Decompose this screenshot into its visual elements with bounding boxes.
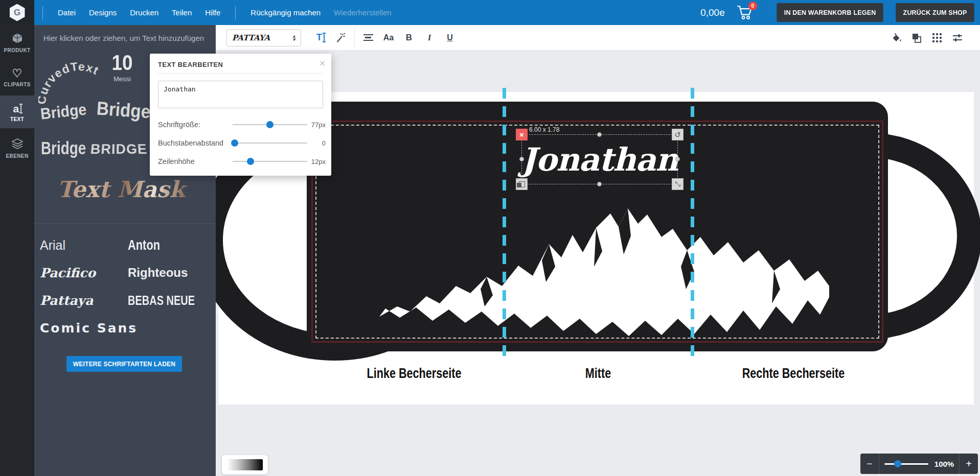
rotate-icon: ↺: [674, 130, 681, 139]
duplicate-button[interactable]: [906, 28, 927, 48]
grid-view-button[interactable]: [927, 28, 947, 48]
mug-designer-app: Jonathan 6.00 x 1.78 × ↺ ⤡ Linke Bechers…: [0, 0, 980, 476]
back-to-shop-button[interactable]: ZURÜCK ZUM SHOP: [896, 3, 974, 22]
sidebar-label: TEXT: [10, 116, 24, 122]
duplicate-handle[interactable]: [516, 178, 528, 190]
top-menubar: G Datei Designs Drucken Teilen Hilfe Rüc…: [0, 0, 980, 25]
add-text-button[interactable]: T: [310, 28, 331, 48]
font-item-bebas-neue[interactable]: BEBAS NEUE: [128, 293, 195, 308]
zoom-out-button[interactable]: −: [860, 454, 879, 474]
menu-drucken[interactable]: Drucken: [130, 8, 158, 17]
close-icon[interactable]: ×: [320, 58, 325, 69]
cart-badge: 0: [748, 2, 757, 10]
sidebar-label: EBENEN: [6, 153, 28, 159]
svg-text:CurvedText: CurvedText: [38, 60, 101, 105]
zoom-level: 100%: [935, 460, 954, 468]
letter-spacing-row: Buchstabenabstand 0: [158, 139, 323, 147]
font-size-label: Schriftgröße:: [158, 121, 233, 129]
font-list: Arial Anton Pacifico Righteous Pattaya B…: [40, 231, 211, 342]
right-mid-handle[interactable]: [675, 157, 680, 161]
menu-datei[interactable]: Datei: [58, 8, 76, 17]
popup-title: TEXT BEARBEITEN: [158, 61, 323, 68]
menu-teilen[interactable]: Teilen: [172, 8, 192, 17]
bridge-sample-2[interactable]: Bridge: [96, 98, 151, 123]
undo-button[interactable]: Rückgängig machen: [250, 8, 321, 17]
bridge-sample-3[interactable]: Bridge: [41, 138, 86, 159]
text-cursor-icon: a: [13, 104, 21, 113]
tool-sidebar: PRODUKT ♡ CLIPARTS a TEXT EBENEN: [0, 25, 34, 476]
tune-sliders-icon: [951, 32, 964, 44]
font-item-anton[interactable]: Anton: [128, 237, 193, 253]
menu-designs[interactable]: Designs: [89, 8, 117, 17]
zone-label-left: Linke Becherseite: [367, 366, 462, 382]
text-input[interactable]: Jonathan: [158, 81, 323, 108]
menubar-divider-2: [235, 6, 236, 19]
gradient-swatch-card[interactable]: [222, 455, 268, 474]
text-mask-sample[interactable]: Text Mask: [55, 176, 188, 202]
zoom-slider[interactable]: [884, 463, 928, 465]
popup-divider: [158, 73, 323, 74]
selection-box[interactable]: 6.00 x 1.78 × ↺ ⤡: [521, 134, 678, 184]
text-panel-hint: Hier klicken oder ziehen, um Text hinzuz…: [34, 25, 216, 42]
grid-icon: [932, 33, 942, 42]
price-label: 0,00e: [700, 7, 725, 18]
font-item-pattaya[interactable]: Pattaya: [40, 293, 128, 308]
paint-bucket-icon: [890, 32, 902, 44]
zoom-slider-area: 100%: [879, 454, 959, 474]
number-sample-caption: Messi: [104, 75, 141, 83]
bottom-mid-handle[interactable]: [597, 182, 602, 186]
font-select[interactable]: PATTAYA ▲▼: [226, 29, 301, 46]
cart-button[interactable]: 0: [736, 5, 754, 21]
zoom-slider-thumb[interactable]: [894, 460, 901, 467]
letter-spacing-thumb[interactable]: [231, 139, 238, 147]
align-button[interactable]: [358, 28, 378, 48]
toolbar-divider: [354, 28, 355, 48]
sidebar-item-produkt[interactable]: PRODUKT: [0, 25, 34, 58]
sidebar-item-ebenen[interactable]: EBENEN: [0, 131, 34, 163]
font-item-pacifico[interactable]: Pacifico: [40, 266, 128, 280]
line-height-slider[interactable]: [233, 161, 307, 162]
guide-line-left: [503, 88, 506, 364]
delete-handle[interactable]: ×: [516, 129, 528, 140]
number-text-sample[interactable]: 10 Messi: [104, 52, 141, 83]
sidebar-item-text[interactable]: a TEXT: [0, 96, 34, 128]
text-effects-button[interactable]: [331, 28, 351, 48]
hexagon-logo-icon: G: [10, 4, 25, 21]
font-item-comic-sans[interactable]: Comic Sans: [40, 321, 128, 336]
font-size-row: Schriftgröße: 77px: [158, 121, 323, 129]
line-height-thumb[interactable]: [247, 158, 254, 165]
zoom-in-button[interactable]: +: [959, 454, 978, 474]
layers-icon: [11, 138, 24, 150]
text-toolbar: PATTAYA ▲▼ T Aa B I U: [216, 25, 980, 50]
cube-icon: [11, 32, 24, 44]
settings-button[interactable]: [947, 28, 968, 48]
sidebar-item-cliparts[interactable]: ♡ CLIPARTS: [0, 60, 34, 93]
font-item-righteous[interactable]: Righteous: [128, 266, 212, 280]
add-to-cart-button[interactable]: IN DEN WARENKORB LEGEN: [777, 3, 883, 22]
app-logo[interactable]: G: [0, 0, 34, 25]
duplicate-icon: [519, 181, 525, 187]
bridge-sample-4[interactable]: BRIDGE: [89, 142, 148, 158]
underline-button[interactable]: U: [440, 28, 460, 48]
font-item-arial[interactable]: Arial: [40, 238, 128, 253]
left-mid-handle[interactable]: [519, 157, 524, 161]
sidebar-label: PRODUKT: [4, 47, 30, 53]
gradient-strip: [227, 459, 263, 470]
letter-spacing-slider[interactable]: [233, 142, 307, 144]
italic-button[interactable]: I: [419, 28, 440, 48]
bold-button[interactable]: B: [399, 28, 419, 48]
text-edit-popup: TEXT BEARBEITEN × Jonathan Schriftgröße:…: [150, 54, 331, 176]
rotate-handle[interactable]: ↺: [672, 129, 683, 140]
line-height-value: 12px: [307, 158, 326, 165]
resize-handle[interactable]: ⤡: [672, 178, 683, 190]
load-more-fonts-button[interactable]: WEITERE SCHRIFTARTEN LADEN: [66, 356, 182, 372]
fill-color-button[interactable]: [886, 28, 906, 48]
letter-case-button[interactable]: Aa: [378, 28, 399, 48]
font-size-slider[interactable]: [233, 124, 307, 125]
top-mid-handle[interactable]: [597, 132, 602, 137]
redo-button[interactable]: Wiederherstellen: [334, 8, 392, 17]
delete-icon: ×: [519, 130, 524, 139]
font-size-thumb[interactable]: [266, 121, 274, 128]
menu-hilfe[interactable]: Hilfe: [205, 8, 220, 17]
copy-icon: [910, 32, 923, 44]
